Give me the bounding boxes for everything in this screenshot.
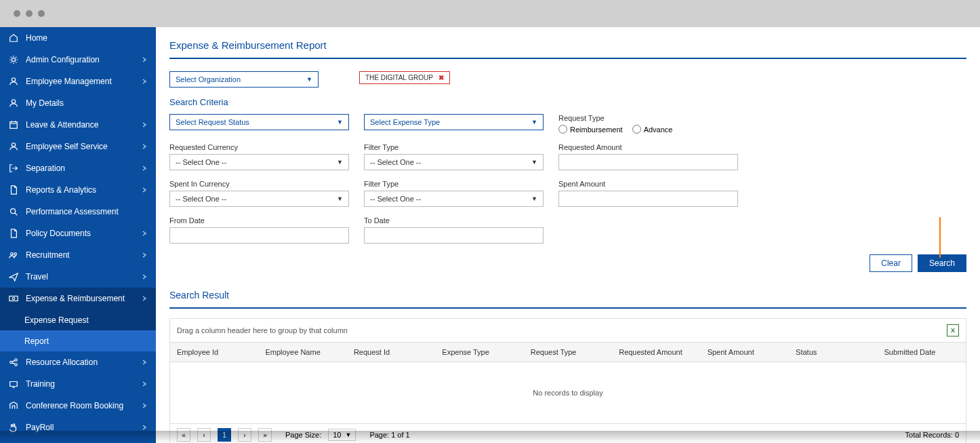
pager-last-button[interactable]: » <box>258 428 272 442</box>
user-icon <box>8 98 19 109</box>
window-dot <box>14 10 20 17</box>
reimbursement-radio[interactable]: Reimbursement <box>558 125 623 134</box>
sidebar-item-label: Report <box>24 336 148 346</box>
total-records: Total Records: 0 <box>905 431 959 439</box>
main-content: Expense & Reimbursement Report Select Or… <box>156 27 980 443</box>
sidebar-item-label: Home <box>26 33 148 43</box>
sidebar-item-travel[interactable]: Travel <box>0 266 156 288</box>
training-icon <box>8 379 19 389</box>
sidebar-item-employee-management[interactable]: Employee Management <box>0 71 156 92</box>
select-request-status-dropdown[interactable]: Select Request Status ▼ <box>169 114 349 130</box>
to-date-label: To Date <box>364 216 544 225</box>
col-spent-amount[interactable]: Spent Amount <box>701 343 789 362</box>
page-title: Expense & Reimbursement Report <box>169 35 966 59</box>
sidebar-item-label: Separation <box>26 163 141 173</box>
radio-label: Reimbursement <box>570 126 623 134</box>
svg-point-6 <box>11 253 14 256</box>
sidebar-item-employee-self-service[interactable]: Employee Self Service <box>0 136 156 157</box>
sidebar-item-label: Performance Assessment <box>26 207 148 216</box>
pager-first-button[interactable]: « <box>177 428 190 442</box>
spent-currency-dropdown[interactable]: -- Select One -- ▼ <box>169 191 349 207</box>
col-request-type[interactable]: Request Type <box>524 343 612 362</box>
sidebar-item-label: Expense Request <box>24 315 148 325</box>
select-organization-dropdown[interactable]: Select Organization ▼ <box>169 71 319 88</box>
sidebar-item-leave-attendance[interactable]: Leave & Attendance <box>0 114 156 136</box>
sidebar-item-performance-assessment[interactable]: Performance Assessment <box>0 201 156 223</box>
col-expense-type[interactable]: Expense Type <box>435 343 523 362</box>
dropdown-text: Select Request Status <box>176 118 249 126</box>
req-currency-label: Requested Currency <box>169 143 349 151</box>
sidebar-item-payroll[interactable]: PayRoll <box>0 417 156 438</box>
plane-icon <box>8 271 19 282</box>
sidebar-item-resource-allocation[interactable]: Resource Allocation <box>0 351 156 373</box>
search-button[interactable]: Search <box>918 254 966 272</box>
sidebar-item-label: Expense & Reimbursement <box>26 294 141 303</box>
sidebar-item-label: Training <box>26 379 141 389</box>
sidebar: HomeAdmin ConfigurationEmployee Manageme… <box>0 27 156 443</box>
sidebar-item-admin-configuration[interactable]: Admin Configuration <box>0 49 156 71</box>
sidebar-item-separation[interactable]: Separation <box>0 157 156 179</box>
radio-input[interactable] <box>632 125 641 134</box>
doc-icon <box>8 185 19 195</box>
chevron-down-icon: ▼ <box>337 119 343 126</box>
window-dot <box>26 10 33 17</box>
svg-point-7 <box>14 253 17 256</box>
sidebar-sub-report[interactable]: Report <box>0 330 156 351</box>
people-icon <box>8 250 19 261</box>
col-submitted-date[interactable]: Submitted Date <box>878 343 966 362</box>
page-size-select[interactable]: 10 ▼ <box>328 429 356 441</box>
to-date-input[interactable] <box>364 227 544 244</box>
filter-type-dropdown-1[interactable]: -- Select One -- ▼ <box>364 154 544 170</box>
share-icon <box>8 357 19 368</box>
pager-page-1[interactable]: 1 <box>218 428 231 442</box>
spent-amount-input[interactable] <box>558 191 738 207</box>
sidebar-item-training[interactable]: Training <box>0 373 156 395</box>
filter-type-label: Filter Type <box>364 143 544 151</box>
chevron-down-icon: ▼ <box>345 431 351 438</box>
dropdown-text: Select Expense Type <box>370 118 440 126</box>
chevron-down-icon: ▼ <box>531 159 537 166</box>
chevron-down-icon: ▼ <box>306 76 312 83</box>
sidebar-sub-expense-request[interactable]: Expense Request <box>0 309 156 330</box>
from-date-input[interactable] <box>169 227 349 244</box>
col-employee-name[interactable]: Employee Name <box>258 343 346 362</box>
pager-next-button[interactable]: › <box>238 428 251 442</box>
group-hint: Drag a column header here to group by th… <box>177 326 348 334</box>
sidebar-item-label: Employee Self Service <box>26 142 141 151</box>
col-request-id[interactable]: Request Id <box>347 343 435 362</box>
export-excel-icon[interactable]: X <box>947 324 959 336</box>
sidebar-item-conference-room-booking[interactable]: Conference Room Booking <box>0 395 156 417</box>
remove-tag-icon[interactable]: ✖ <box>438 74 444 81</box>
user-icon <box>8 76 19 87</box>
sidebar-item-recruitment[interactable]: Recruitment <box>0 244 156 266</box>
col-status[interactable]: Status <box>789 343 877 362</box>
clear-button[interactable]: Clear <box>870 254 912 272</box>
pager-prev-button[interactable]: ‹ <box>197 428 211 442</box>
page-size-value: 10 <box>333 431 341 439</box>
sidebar-item-timeport[interactable]: TimePort <box>0 438 156 443</box>
select-expense-type-dropdown[interactable]: Select Expense Type ▼ <box>364 114 544 130</box>
req-currency-dropdown[interactable]: -- Select One -- ▼ <box>169 154 349 170</box>
radio-input[interactable] <box>558 125 567 134</box>
col-requested-amount[interactable]: Requested Amount <box>612 343 700 362</box>
svg-point-11 <box>15 359 18 362</box>
req-amount-input[interactable] <box>558 154 738 170</box>
sidebar-item-label: PayRoll <box>26 423 141 432</box>
window-dot <box>38 10 45 17</box>
filter-type-dropdown-2[interactable]: -- Select One -- ▼ <box>364 191 544 207</box>
advance-radio[interactable]: Advance <box>632 125 673 134</box>
sidebar-item-home[interactable]: Home <box>0 27 156 49</box>
sidebar-item-label: Employee Management <box>26 77 141 86</box>
sidebar-item-label: Admin Configuration <box>26 55 141 64</box>
sidebar-item-label: My Details <box>26 98 148 108</box>
sidebar-item-my-details[interactable]: My Details <box>0 92 156 114</box>
sidebar-item-expense-reimbursement[interactable]: Expense & Reimbursement <box>0 288 156 309</box>
chevron-down-icon: ▼ <box>531 195 537 202</box>
sidebar-item-label: Leave & Attendance <box>26 120 141 130</box>
sidebar-item-policy-documents[interactable]: Policy Documents <box>0 223 156 244</box>
dropdown-text: -- Select One -- <box>176 158 226 166</box>
home-icon <box>8 33 19 43</box>
sidebar-item-reports-analytics[interactable]: Reports & Analytics <box>0 179 156 201</box>
col-employee-id[interactable]: Employee Id <box>170 343 258 362</box>
svg-rect-8 <box>9 296 18 301</box>
